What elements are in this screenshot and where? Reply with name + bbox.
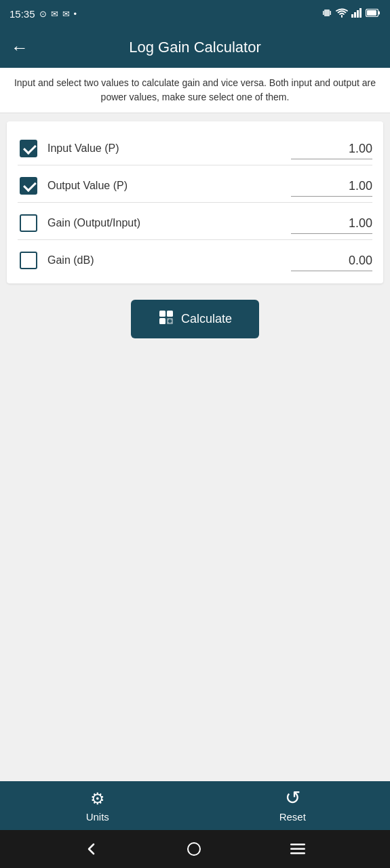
output-value-field[interactable] xyxy=(291,179,372,197)
svg-rect-3 xyxy=(351,14,353,18)
gear-icon xyxy=(90,789,105,808)
units-label: Units xyxy=(86,811,109,823)
gain-ratio-row: Gain (Output/Input) xyxy=(18,203,372,239)
main-content: Input Value (P) Output Value (P) xyxy=(0,113,390,781)
svg-rect-9 xyxy=(378,11,380,14)
gain-ratio-checkbox[interactable] xyxy=(18,212,39,234)
system-nav xyxy=(0,830,390,868)
input-value-checkbox[interactable] xyxy=(18,138,39,159)
gain-ratio-field[interactable] xyxy=(291,216,372,234)
button-row: Calculate xyxy=(7,300,383,338)
calculate-button[interactable]: Calculate xyxy=(131,300,259,338)
svg-rect-11 xyxy=(167,311,173,317)
reset-nav-item[interactable]: Reset xyxy=(258,789,326,823)
svg-rect-6 xyxy=(359,8,362,18)
reset-icon xyxy=(285,789,300,808)
output-value-label: Output Value (P) xyxy=(47,180,128,192)
svg-rect-1 xyxy=(323,11,324,15)
reset-label: Reset xyxy=(279,811,306,823)
back-button[interactable]: ← xyxy=(11,37,28,58)
calculator-card: Input Value (P) Output Value (P) xyxy=(7,121,383,283)
input-value-row: Input Value (P) xyxy=(18,128,372,165)
status-dot: • xyxy=(74,9,77,19)
gain-db-checkbox[interactable] xyxy=(18,250,39,271)
input-value-label: Input Value (P) xyxy=(47,142,119,155)
svg-rect-22 xyxy=(290,848,305,850)
status-time: 15:35 xyxy=(9,8,35,20)
svg-rect-12 xyxy=(159,318,165,324)
wifi-icon xyxy=(336,8,348,20)
vibrate-icon xyxy=(321,7,332,20)
output-value-row: Output Value (P) xyxy=(18,165,372,202)
page-title: Log Gain Calculator xyxy=(39,39,351,56)
svg-rect-21 xyxy=(290,844,305,846)
calculate-label: Calculate xyxy=(181,312,232,326)
description-text: Input and select two values to calculate… xyxy=(0,68,390,113)
svg-rect-4 xyxy=(354,12,356,18)
output-value-checkbox[interactable] xyxy=(18,175,39,197)
svg-point-20 xyxy=(188,843,200,855)
output-value-checkbox-box xyxy=(20,177,37,195)
svg-rect-2 xyxy=(330,11,332,15)
status-icon-3: ✉ xyxy=(62,9,70,19)
gain-ratio-label: Gain (Output/Input) xyxy=(47,217,140,229)
system-back-button[interactable] xyxy=(85,842,98,856)
gain-db-row: Gain (dB) xyxy=(18,240,372,277)
signal-icon xyxy=(351,8,362,20)
svg-rect-8 xyxy=(367,10,376,16)
status-bar: 15:35 ⊙ ✉ ✉ • xyxy=(0,0,390,27)
system-home-button[interactable] xyxy=(187,842,201,856)
input-value-checkbox-box xyxy=(20,140,37,157)
svg-rect-23 xyxy=(290,852,305,854)
status-icon-1: ⊙ xyxy=(39,9,47,19)
gain-db-checkbox-box xyxy=(20,252,37,269)
header: ← Log Gain Calculator xyxy=(0,27,390,68)
units-nav-item[interactable]: Units xyxy=(64,789,132,823)
gain-db-label: Gain (dB) xyxy=(47,254,94,267)
battery-icon xyxy=(366,9,381,19)
svg-rect-10 xyxy=(159,311,165,317)
system-menu-button[interactable] xyxy=(290,844,305,854)
calculate-icon xyxy=(158,309,174,329)
svg-rect-0 xyxy=(324,9,330,16)
svg-rect-5 xyxy=(357,10,359,18)
input-value-field[interactable] xyxy=(291,142,372,159)
gain-ratio-checkbox-box xyxy=(20,214,37,232)
bottom-nav: Units Reset xyxy=(0,781,390,830)
status-icon-2: ✉ xyxy=(51,9,58,19)
gain-db-field[interactable] xyxy=(291,254,372,271)
